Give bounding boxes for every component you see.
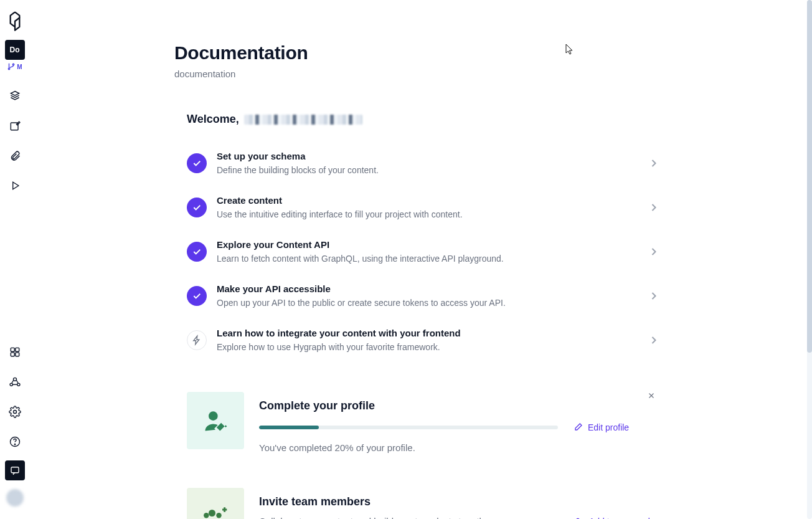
svg-point-11 — [14, 444, 15, 445]
team-icon — [187, 488, 244, 519]
card-title: Invite team members — [259, 495, 665, 508]
chevron-right-icon — [648, 290, 660, 302]
chevron-right-icon — [648, 334, 660, 346]
svg-point-16 — [204, 513, 209, 518]
progress-bar — [259, 426, 558, 429]
onboarding-task-list: Set up your schema Define the building b… — [187, 141, 665, 362]
invite-team-card: Invite team members Collaborate on conte… — [187, 488, 665, 519]
welcome-heading: Welcome, — [187, 113, 665, 126]
task-item-schema[interactable]: Set up your schema Define the building b… — [187, 141, 665, 185]
chevron-right-icon — [648, 201, 660, 214]
chevron-right-icon — [648, 157, 660, 169]
content-icon[interactable] — [4, 115, 26, 137]
svg-point-0 — [13, 64, 14, 65]
branch-label: M — [17, 64, 22, 70]
check-icon — [187, 242, 207, 262]
svg-point-1 — [9, 68, 10, 69]
task-desc: Define the building blocks of your conte… — [217, 165, 638, 175]
task-item-api[interactable]: Explore your Content API Learn to fetch … — [187, 229, 665, 274]
svg-point-9 — [13, 411, 16, 414]
action-label: Edit profile — [588, 422, 629, 432]
branch-indicator[interactable]: M — [7, 62, 22, 71]
webhooks-icon[interactable] — [4, 371, 26, 393]
svg-point-13 — [209, 411, 218, 421]
playground-icon[interactable] — [4, 174, 26, 197]
task-item-access[interactable]: Make your API accessible Open up your AP… — [187, 274, 665, 318]
sidebar: Do M — [0, 0, 30, 519]
schema-icon[interactable] — [4, 85, 26, 107]
task-desc: Learn to fetch content with GraphQL, usi… — [217, 254, 638, 264]
svg-rect-12 — [11, 467, 19, 473]
chat-button[interactable] — [5, 460, 25, 480]
check-icon — [187, 198, 207, 217]
chevron-right-icon — [648, 245, 660, 258]
svg-point-7 — [10, 383, 12, 386]
check-icon — [187, 286, 207, 306]
task-title: Learn how to integrate your content with… — [217, 328, 638, 338]
task-desc: Open up your API to the public or create… — [217, 298, 638, 308]
username-redacted — [244, 115, 362, 125]
card-desc: Collaborate on content and build great p… — [259, 516, 559, 519]
task-title: Make your API accessible — [217, 283, 638, 294]
avatar[interactable] — [6, 489, 24, 507]
check-icon — [187, 153, 207, 173]
svg-rect-5 — [11, 353, 14, 356]
task-desc: Use the intuitive editing interface to f… — [217, 209, 638, 219]
add-team-members-link[interactable]: Add team members — [574, 517, 665, 520]
svg-point-15 — [216, 513, 221, 518]
logo[interactable] — [4, 10, 26, 32]
task-desc: Explore how to use Hygraph with your fav… — [217, 342, 638, 352]
page-subtitle: documentation — [174, 69, 665, 79]
svg-point-8 — [17, 383, 19, 386]
action-label: Add team members — [589, 517, 665, 520]
help-icon[interactable] — [4, 431, 26, 453]
main-content: Documentation documentation Welcome, Set… — [30, 0, 812, 519]
complete-profile-card: Complete your profile Edit profile You'v… — [187, 392, 665, 453]
svg-rect-6 — [15, 353, 19, 356]
card-desc: You've completed 20% of your profile. — [259, 442, 665, 453]
assets-icon[interactable] — [4, 145, 26, 167]
svg-point-14 — [209, 510, 215, 517]
svg-rect-4 — [15, 348, 19, 351]
lightning-icon — [187, 330, 207, 350]
close-icon[interactable] — [645, 389, 658, 402]
svg-rect-3 — [11, 348, 14, 351]
project-badge[interactable]: Do — [5, 40, 25, 60]
apps-icon[interactable] — [4, 341, 26, 363]
task-title: Explore your Content API — [217, 239, 638, 250]
task-title: Set up your schema — [217, 151, 638, 161]
scrollbar[interactable] — [807, 0, 812, 519]
profile-icon — [187, 392, 244, 449]
welcome-prefix: Welcome, — [187, 113, 239, 126]
task-item-content[interactable]: Create content Use the intuitive editing… — [187, 185, 665, 229]
task-title: Create content — [217, 195, 638, 206]
page-title: Documentation — [174, 42, 665, 64]
edit-profile-link[interactable]: Edit profile — [573, 422, 629, 432]
task-item-integrate[interactable]: Learn how to integrate your content with… — [187, 318, 665, 362]
settings-icon[interactable] — [4, 401, 26, 423]
card-title: Complete your profile — [259, 399, 665, 412]
